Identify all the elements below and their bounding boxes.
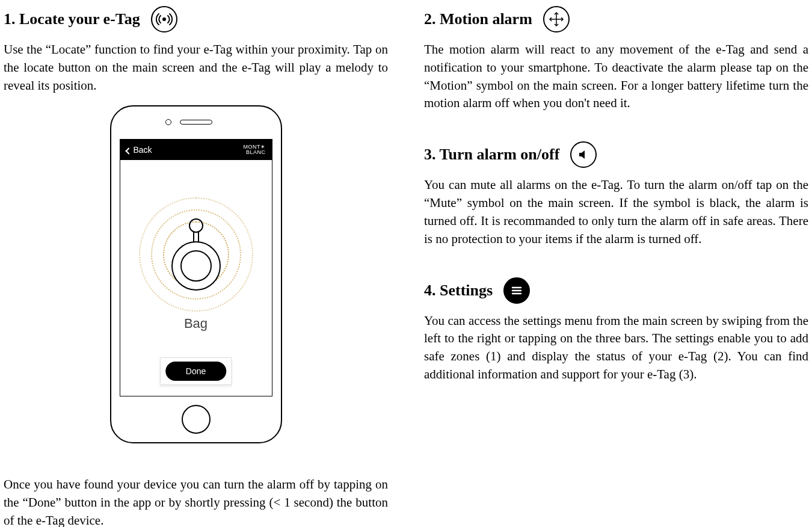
right-column: 2. Motion alarm The motion alarm will re… <box>406 0 812 527</box>
back-label: Back <box>134 145 152 155</box>
section-settings: 4. Settings You can access the settings … <box>424 277 808 384</box>
chevron-left-icon <box>125 147 132 154</box>
phone-screen: Back MONT✶ BLANC <box>120 139 272 396</box>
done-button[interactable]: Done <box>165 362 226 381</box>
phone-illustration: Back MONT✶ BLANC <box>4 105 388 443</box>
section-locate: 1. Locate your e-Tag Use the “Locate” fu… <box>4 6 388 527</box>
heading-settings: 4. Settings <box>424 282 493 300</box>
speaker-mute-icon <box>570 141 597 168</box>
body-motion: The motion alarm will react to any movem… <box>424 41 808 112</box>
body-locate-1: Use the “Locate” function to find your e… <box>4 41 388 94</box>
app-topbar: Back MONT✶ BLANC <box>120 140 272 160</box>
body-locate-2: Once you have found your device you can … <box>4 476 388 527</box>
brand-line2: BLANC <box>246 149 266 155</box>
app-content: Bag Done <box>120 160 272 396</box>
page: 1. Locate your e-Tag Use the “Locate” fu… <box>0 0 812 527</box>
heading-motion: 2. Motion alarm <box>424 10 532 28</box>
etag-device-icon <box>171 218 221 291</box>
menu-bars-icon <box>503 277 530 304</box>
heading-locate: 1. Locate your e-Tag <box>4 10 140 28</box>
body-settings: You can access the settings menu from th… <box>424 312 808 384</box>
heading-row-motion: 2. Motion alarm <box>424 6 808 32</box>
done-button-frame: Done <box>160 357 232 385</box>
phone-speaker-icon <box>180 120 212 125</box>
svg-point-0 <box>162 17 166 21</box>
section-motion: 2. Motion alarm The motion alarm will re… <box>424 6 808 112</box>
left-column: 1. Locate your e-Tag Use the “Locate” fu… <box>0 0 406 527</box>
heading-row-settings: 4. Settings <box>424 277 808 304</box>
heading-row-alarm: 3. Turn alarm on/off <box>424 141 808 168</box>
brand-logo: MONT✶ BLANC <box>244 144 266 155</box>
section-alarm: 3. Turn alarm on/off You can mute all al… <box>424 141 808 248</box>
move-arrows-icon <box>543 6 570 32</box>
heading-alarm: 3. Turn alarm on/off <box>424 146 559 164</box>
back-button[interactable]: Back <box>126 145 152 155</box>
item-name-label: Bag <box>120 316 272 331</box>
body-alarm: You can mute all alarms on the e-Tag. To… <box>424 176 808 248</box>
heading-row-locate: 1. Locate your e-Tag <box>4 6 388 32</box>
phone-camera-icon <box>165 119 171 125</box>
phone-home-button <box>182 405 211 434</box>
broadcast-icon <box>151 6 177 32</box>
phone-frame: Back MONT✶ BLANC <box>110 105 282 443</box>
